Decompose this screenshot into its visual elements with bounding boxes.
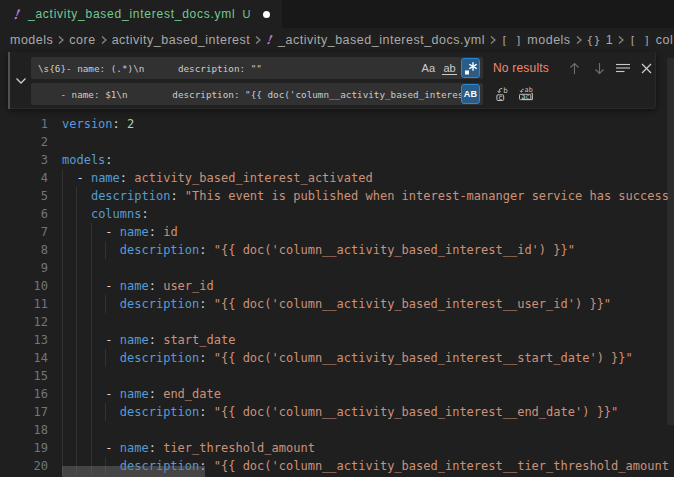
previous-match-button[interactable] [563,57,585,79]
token-punc: - [62,171,91,185]
close-find-widget-button[interactable] [635,57,657,79]
code-line-text: - name: start_date [62,331,235,349]
replace-button[interactable]: b c [491,83,513,105]
whole-word-label: ab [442,62,456,75]
code-line[interactable]: 8 description: "{{ doc('column__activity… [0,241,674,259]
preserve-case-toggle[interactable]: AB [461,84,480,104]
token-punc: : [199,243,206,257]
line-number: 14 [0,349,48,367]
token-str: tier_threshold_amount [156,441,315,455]
code-line[interactable]: 16 - name: end_date [0,385,674,403]
code-line-text: description: "This event is published wh… [62,187,669,205]
token-punc [62,189,91,203]
code-line-text: - name: end_date [62,385,221,403]
token-punc: : [120,171,127,185]
token-punc: - [62,387,120,401]
code-line[interactable]: 4 - name: activity_based_interest_activa… [0,169,674,187]
indent-guide [76,313,77,331]
token-punc [62,297,120,311]
code-line-text: models: [62,151,113,169]
regex-toggle[interactable] [461,58,480,78]
vertical-scrollbar-thumb[interactable] [667,58,674,425]
breadcrumb-item[interactable]: [ ]models [501,33,571,47]
line-number: 13 [0,331,48,349]
line-number: 7 [0,223,48,241]
close-icon [640,62,653,75]
arrow-down-icon [592,61,607,76]
breadcrumb-separator-chevron-icon [486,33,500,47]
replace-all-button[interactable]: ab ac [515,83,537,105]
breadcrumb-item[interactable]: {}1 [587,33,614,47]
code-line[interactable]: 15 [0,367,674,385]
tab-active[interactable]: ! _activity_based_interest_docs.yml U [0,0,282,28]
code-line[interactable]: 1version: 2 [0,115,674,133]
code-line[interactable]: 10 - name: user_id [0,277,674,295]
token-key: columns [91,207,142,221]
token-key: name [120,279,149,293]
token-str: start_date [156,333,235,347]
breadcrumb-item[interactable]: activity_based_interest [112,33,251,47]
code-line[interactable]: 7 - name: id [0,223,674,241]
token-key: name [91,171,120,185]
token-key: description [120,351,199,365]
breadcrumb-item[interactable]: !_activity_based_interest_docs.yml [266,33,485,47]
token-punc: : [149,225,156,239]
line-number: 12 [0,313,48,331]
line-number: 17 [0,403,48,421]
code-line[interactable]: 6 columns: [0,205,674,223]
code-line[interactable]: 13 - name: start_date [0,331,674,349]
token-punc [62,405,120,419]
toggle-replace-button[interactable] [12,72,30,90]
token-key: description [91,189,170,203]
modified-dot-icon[interactable] [263,11,270,18]
code-line-text: description: "{{ doc('column__activity_b… [62,241,575,259]
code-line[interactable]: 2 [0,133,674,151]
breadcrumb-label: activity_based_interest [112,33,251,47]
symbol-array-icon: [ ] [501,34,522,47]
code-line[interactable]: 19 - name: tier_threshold_amount [0,439,674,457]
token-key: name [120,225,149,239]
indent-guide [76,367,77,385]
indent-guide [62,421,63,439]
find-widget-resize-sash[interactable] [8,52,10,109]
code-line[interactable]: 5 description: "This event is published … [0,187,674,205]
horizontal-scrollbar-thumb[interactable] [62,466,205,477]
code-line-text: - name: activity_based_interest_activate… [62,169,373,187]
code-line-text: - name: id [62,223,178,241]
token-punc: : [113,117,120,131]
line-number: 8 [0,241,48,259]
indent-guide [91,367,92,385]
replace-input[interactable]: - name: $1\n description: "{{ doc('colum… [31,83,483,105]
code-line[interactable]: 12 [0,313,674,331]
tab-bar: ! _activity_based_interest_docs.yml U [0,0,674,28]
breadcrumb-separator-chevron-icon [54,33,68,47]
breadcrumb-item[interactable]: [ ]col [629,33,673,47]
line-number: 5 [0,187,48,205]
code-line[interactable]: 17 description: "{{ doc('column__activit… [0,403,674,421]
next-match-button[interactable] [588,57,610,79]
find-in-selection-button[interactable] [612,57,634,79]
token-str: "This event is published when interest-m… [178,189,669,203]
token-punc: - [62,225,120,239]
match-case-toggle[interactable]: Aa [419,58,438,78]
replace-icon: b c [494,86,510,102]
find-input-value: \s{6}- name: (.*)\n description: "" [31,63,419,74]
whole-word-toggle[interactable]: ab [440,58,459,78]
editor-pane[interactable]: 1version: 223models:4 - name: activity_b… [0,52,674,477]
token-punc: : [149,441,156,455]
token-key: models [62,153,105,167]
code-line[interactable]: 3models: [0,151,674,169]
git-status-badge: U [243,8,251,20]
code-line[interactable]: 11 description: "{{ doc('column__activit… [0,295,674,313]
breadcrumb-item[interactable]: core [69,33,95,47]
code-line[interactable]: 14 description: "{{ doc('column__activit… [0,349,674,367]
code-line[interactable]: 18 [0,421,674,439]
find-input[interactable]: \s{6}- name: (.*)\n description: "" Aa a… [31,57,483,79]
code-line[interactable]: 9 [0,259,674,277]
replace-all-icon: ab ac [518,86,534,102]
code-line-text: version: 2 [62,115,134,133]
breadcrumb-separator-chevron-icon [251,33,265,47]
find-in-selection-icon [615,60,631,76]
code-line-text: - name: user_id [62,277,214,295]
breadcrumb-item[interactable]: models [10,33,53,47]
